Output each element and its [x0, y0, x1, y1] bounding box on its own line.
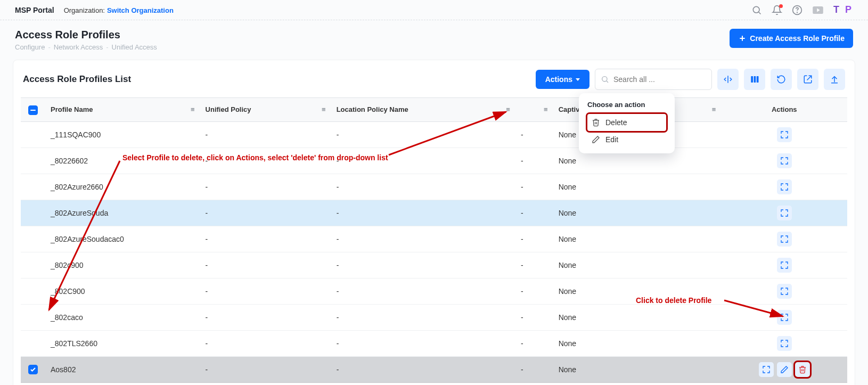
cell-location: - [331, 304, 515, 330]
cell-location: - [331, 226, 515, 252]
row-checkbox[interactable] [28, 181, 38, 191]
col-profile-name[interactable]: Profile Name [45, 98, 184, 122]
cell-unified: - [200, 278, 331, 304]
list-card: Access Role Profiles List Actions [13, 60, 855, 385]
cell-captive: None [553, 304, 722, 330]
col-actions: Actions [721, 98, 847, 122]
col-location-policy[interactable]: Location Policy Name [331, 98, 499, 122]
table-row[interactable]: _802AzureSoudacac0---None [21, 226, 847, 252]
row-checkbox[interactable] [28, 207, 38, 217]
row-checkbox[interactable] [28, 233, 38, 243]
col-menu-icon[interactable]: ≡ [544, 105, 548, 113]
row-checkbox[interactable] [28, 129, 38, 138]
col-menu-icon[interactable]: ≡ [191, 105, 195, 113]
table-row[interactable]: _802C900---None [21, 278, 847, 304]
switch-org-link[interactable]: Switch Organization [107, 6, 174, 14]
table-row[interactable]: _802c900---None [21, 252, 847, 278]
search-icon [601, 75, 609, 84]
dropdown-edit-label: Edit [605, 135, 618, 144]
cell-c4: - [515, 226, 553, 252]
cell-unified: - [200, 356, 331, 382]
search-input[interactable] [612, 75, 708, 84]
cell-profile-name: _802AzureSouda [45, 200, 200, 226]
upload-button[interactable] [824, 69, 845, 90]
table-row[interactable]: _802caco---None [21, 304, 847, 330]
select-all-checkbox[interactable] [28, 105, 38, 115]
svg-rect-13 [757, 76, 759, 83]
row-checkbox[interactable] [28, 338, 38, 347]
expand-icon[interactable] [759, 362, 774, 377]
row-actions [726, 310, 842, 325]
page-header: Access Role Profiles Configure- Network … [0, 20, 868, 56]
svg-line-14 [807, 76, 812, 80]
col-menu-icon[interactable]: ≡ [322, 105, 326, 113]
cell-location: - [331, 200, 515, 226]
columns-button[interactable] [744, 69, 765, 90]
cell-profile-name: _802C900 [45, 278, 200, 304]
cell-profile-name: Aos802 [45, 356, 200, 382]
cell-c4: - [515, 278, 553, 304]
cell-c4: - [515, 200, 553, 226]
crumb-network-access[interactable]: Network Access [54, 43, 103, 51]
table-row[interactable]: _80226602---None [21, 148, 847, 174]
crumb-configure[interactable]: Configure [15, 43, 45, 51]
cell-location: - [331, 278, 515, 304]
cell-profile-name: _111SQAC900 [45, 121, 200, 148]
col-unified-policy[interactable]: Unified Policy [200, 98, 315, 122]
expand-icon[interactable] [777, 336, 792, 351]
list-title: Access Role Profiles List [23, 74, 131, 85]
bell-icon[interactable] [772, 5, 782, 15]
search-input-wrap[interactable] [595, 69, 712, 90]
fit-columns-button[interactable] [717, 69, 739, 90]
cell-c4: - [515, 174, 553, 200]
col-menu-icon[interactable]: ≡ [712, 105, 716, 113]
cell-c4: - [515, 121, 553, 148]
avatar[interactable]: T P [833, 4, 853, 15]
row-actions [726, 206, 842, 220]
export-button[interactable] [797, 69, 818, 90]
expand-icon[interactable] [777, 206, 792, 220]
actions-button[interactable]: Actions [536, 70, 589, 89]
cell-unified: - [200, 200, 331, 226]
table-row[interactable]: Aos802---None [21, 356, 847, 382]
col-hidden[interactable] [515, 98, 537, 122]
refresh-button[interactable] [771, 69, 792, 90]
create-profile-button[interactable]: Create Access Role Profile [730, 29, 853, 48]
col-menu-icon[interactable]: ≡ [506, 105, 510, 113]
expand-icon[interactable] [777, 310, 792, 325]
help-icon[interactable] [792, 5, 803, 15]
cell-captive: None [553, 330, 722, 356]
cell-profile-name: _80226602 [45, 148, 200, 174]
expand-icon[interactable] [777, 284, 792, 299]
crumb-unified-access[interactable]: Unified Access [112, 43, 157, 51]
cell-unified: - [200, 121, 331, 148]
row-checkbox[interactable] [28, 155, 38, 165]
expand-icon[interactable] [777, 179, 792, 194]
row-checkbox[interactable] [28, 285, 38, 295]
expand-icon[interactable] [777, 258, 792, 273]
dropdown-delete[interactable]: Delete [587, 114, 666, 131]
dropdown-title: Choose an action [587, 101, 666, 109]
trash-icon[interactable] [795, 362, 810, 377]
row-checkbox[interactable] [28, 259, 38, 269]
dropdown-delete-label: Delete [605, 118, 627, 127]
cell-profile-name: _802Azure2660 [45, 174, 200, 200]
cell-profile-name: _802AzureSoudacac0 [45, 226, 200, 252]
video-icon[interactable] [812, 6, 824, 14]
expand-icon[interactable] [777, 127, 792, 142]
expand-icon[interactable] [777, 153, 792, 168]
table-row[interactable]: _802AzureSouda---None [21, 200, 847, 226]
cell-unified: - [200, 226, 331, 252]
table-row[interactable]: _111SQAC900---None [21, 121, 847, 148]
cell-unified: - [200, 174, 331, 200]
edit-icon[interactable] [777, 362, 792, 377]
row-checkbox[interactable] [28, 312, 38, 321]
search-icon[interactable] [751, 5, 762, 15]
cell-c4: - [515, 304, 553, 330]
dropdown-edit[interactable]: Edit [587, 131, 666, 148]
row-checkbox[interactable] [28, 365, 38, 374]
table-row[interactable]: _802Azure2660---None [21, 174, 847, 200]
svg-point-3 [797, 12, 798, 12]
expand-icon[interactable] [777, 232, 792, 247]
table-row[interactable]: _802TLS2660---None [21, 330, 847, 356]
